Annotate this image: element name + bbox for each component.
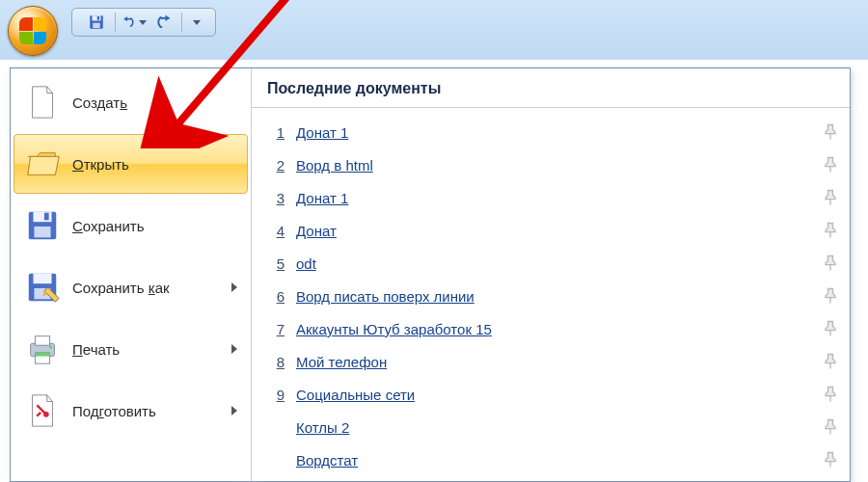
svg-rect-6 <box>34 212 52 222</box>
pin-icon <box>821 221 840 240</box>
qat-separator <box>181 13 182 32</box>
recent-doc-number: 8 <box>267 354 285 370</box>
pin-button[interactable] <box>821 352 840 371</box>
pin-icon <box>821 352 840 371</box>
prepare-icon <box>24 392 61 429</box>
recent-doc-name: Ворд писать поверх линии <box>296 288 821 305</box>
save-icon <box>24 207 61 244</box>
recent-doc-row[interactable]: 2Ворд в html <box>267 148 840 181</box>
recent-doc-row[interactable]: 6Ворд писать поверх линии <box>267 280 840 312</box>
recent-doc-name: Котлы 2 <box>296 419 821 436</box>
qat-undo-button[interactable] <box>122 11 147 34</box>
recent-doc-row[interactable]: 1Донат 1 <box>267 116 840 148</box>
submenu-arrow-icon <box>231 406 237 415</box>
recent-doc-row[interactable]: 7Аккаунты Ютуб заработок 15 <box>267 312 840 345</box>
save-as-icon <box>24 269 61 306</box>
recent-doc-number: 5 <box>267 255 285 272</box>
pin-button[interactable] <box>821 319 840 338</box>
pin-icon <box>821 385 840 404</box>
menu-item-print[interactable]: Печать <box>14 319 248 379</box>
dropdown-icon <box>139 20 147 25</box>
pin-button[interactable] <box>821 286 840 306</box>
recent-doc-name: odt <box>296 255 821 272</box>
recent-doc-row[interactable]: 0Вордстат <box>267 443 840 476</box>
open-folder-icon <box>24 146 61 182</box>
title-bar <box>0 0 868 60</box>
recent-doc-name: Аккаунты Ютуб заработок 15 <box>296 321 821 337</box>
recent-doc-row[interactable]: 5odt <box>267 247 840 280</box>
dropdown-icon <box>193 20 201 25</box>
menu-item-open[interactable]: Открыть <box>14 134 248 194</box>
menu-label-save: Сохранить <box>72 218 145 234</box>
recent-doc-row[interactable]: 4Донат <box>267 214 840 247</box>
menu-label-save-as: Сохранить как <box>72 280 170 296</box>
recent-doc-row[interactable]: 9Социальные сети <box>267 378 840 411</box>
office-menu-panel: Создать Открыть Сохранить <box>10 67 851 482</box>
svg-rect-15 <box>35 353 49 357</box>
pin-button[interactable] <box>821 450 840 469</box>
recent-doc-name: Донат 1 <box>296 190 821 206</box>
submenu-arrow-icon <box>231 344 237 354</box>
office-logo-icon <box>19 17 46 44</box>
pin-button[interactable] <box>821 254 840 273</box>
recent-doc-row[interactable]: 8Мой телефон <box>267 345 840 378</box>
quick-access-toolbar <box>71 8 216 37</box>
svg-rect-13 <box>35 336 49 346</box>
pin-icon <box>821 319 840 338</box>
menu-label-open: Открыть <box>72 156 129 173</box>
pin-icon <box>821 188 840 207</box>
menu-item-prepare[interactable]: Подготовить <box>14 381 248 441</box>
pin-button[interactable] <box>821 385 840 404</box>
menu-item-save[interactable]: Сохранить <box>14 196 248 255</box>
office-button[interactable] <box>8 6 58 56</box>
recent-doc-number: 3 <box>267 190 285 206</box>
save-icon <box>88 13 105 31</box>
recent-doc-name: Ворд в html <box>296 157 821 174</box>
recent-doc-number: 4 <box>267 223 285 239</box>
divider <box>252 107 850 108</box>
svg-rect-8 <box>44 213 49 221</box>
menu-item-create[interactable]: Создать <box>14 72 248 132</box>
recent-doc-number: 9 <box>267 387 285 403</box>
recent-doc-row[interactable]: 3Донат 1 <box>267 181 840 214</box>
office-menu-left-column: Создать Открыть Сохранить <box>11 68 252 481</box>
recent-documents-pane: Последние документы 1Донат 12Ворд в html… <box>252 68 850 481</box>
pin-icon <box>821 450 840 469</box>
recent-doc-name: Донат <box>296 223 821 239</box>
menu-label-prepare: Подготовить <box>72 403 156 419</box>
new-document-icon <box>24 84 61 120</box>
pin-button[interactable] <box>821 417 840 437</box>
recent-doc-number: 6 <box>267 288 285 305</box>
print-icon <box>24 331 61 367</box>
pin-icon <box>821 417 840 437</box>
pin-button[interactable] <box>821 221 840 240</box>
qat-customize-button[interactable] <box>188 11 203 34</box>
recent-documents-header: Последние документы <box>267 80 840 97</box>
pin-button[interactable] <box>821 122 840 142</box>
svg-rect-10 <box>34 274 52 283</box>
recent-documents-list: 1Донат 12Ворд в html3Донат 14Донат5odt6В… <box>267 116 840 476</box>
svg-rect-1 <box>93 15 101 20</box>
pin-icon <box>821 122 840 142</box>
recent-doc-number: 2 <box>267 157 285 174</box>
recent-doc-number: 7 <box>267 321 285 337</box>
svg-rect-2 <box>93 23 100 28</box>
recent-doc-name: Вордстат <box>296 452 821 469</box>
pin-button[interactable] <box>821 188 840 207</box>
pin-icon <box>821 254 840 273</box>
svg-rect-3 <box>97 16 99 20</box>
qat-save-button[interactable] <box>84 11 109 34</box>
svg-point-16 <box>49 346 52 349</box>
pin-button[interactable] <box>821 155 840 174</box>
qat-redo-button[interactable] <box>150 11 176 34</box>
recent-doc-row[interactable]: 0Котлы 2 <box>267 411 840 443</box>
menu-label-print: Печать <box>72 341 120 358</box>
pin-icon <box>821 286 840 306</box>
svg-rect-7 <box>34 227 50 237</box>
recent-doc-name: Мой телефон <box>296 354 821 370</box>
undo-icon <box>122 13 137 32</box>
menu-label-create: Создать <box>72 94 127 111</box>
submenu-arrow-icon <box>231 282 237 292</box>
menu-item-save-as[interactable]: Сохранить как <box>14 257 248 317</box>
pin-icon <box>821 155 840 174</box>
